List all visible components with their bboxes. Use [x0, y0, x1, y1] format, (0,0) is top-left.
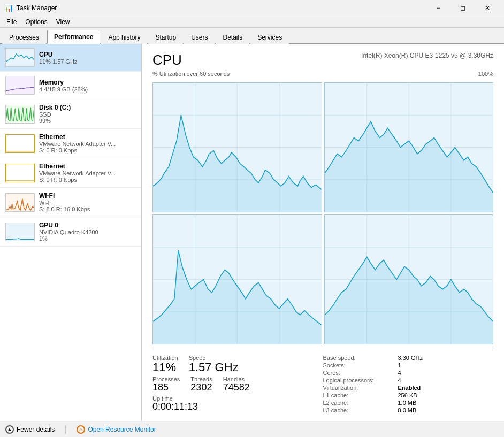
chart-bottom-left — [152, 214, 322, 344]
sidebar-cpu-stat: 11% 1.57 GHz — [39, 58, 136, 65]
sockets-val: 1 — [398, 362, 401, 369]
menu-file[interactable]: File — [2, 17, 21, 26]
fewer-details-icon: ▲ — [5, 425, 14, 434]
resource-monitor-icon: ⚠ — [77, 425, 85, 434]
open-resource-monitor-link[interactable]: Open Resource Monitor — [88, 426, 156, 433]
base-speed-val: 3.30 GHz — [398, 355, 423, 361]
sidebar-wifi-name: Wi-Fi — [39, 192, 136, 200]
l3-val: 8.0 MB — [398, 407, 417, 413]
stat-speed: Speed 1.57 GHz — [189, 355, 239, 374]
chart-bottom-right — [324, 214, 494, 344]
stats-section: Utilization 11% Speed 1.57 GHz Processes… — [152, 350, 493, 416]
stats-left: Utilization 11% Speed 1.57 GHz Processes… — [152, 355, 323, 416]
l3-key: L3 cache: — [323, 407, 398, 413]
window-title: Task Manager — [17, 4, 57, 12]
tab-startup[interactable]: Startup — [148, 30, 183, 44]
sidebar-thumb-cpu — [5, 48, 35, 67]
sidebar-item-disk[interactable]: Disk 0 (C:) SSD 99% — [0, 99, 141, 129]
sidebar-disk-stat: 99% — [39, 118, 136, 124]
cores-val: 4 — [398, 370, 401, 376]
utilization-label: % Utilization over 60 seconds — [152, 71, 230, 77]
sidebar-thumb-ethernet1 — [5, 134, 35, 153]
stat-handles: Handles 74582 — [223, 376, 250, 393]
logical-key: Logical processors: — [323, 377, 398, 384]
tab-services[interactable]: Services — [250, 30, 289, 44]
sidebar-thumb-wifi — [5, 193, 35, 212]
utilization-max: 100% — [478, 71, 493, 77]
tab-performance[interactable]: Performance — [47, 30, 100, 44]
sidebar-thumb-gpu — [5, 223, 35, 241]
virt-val: Enabled — [398, 385, 421, 391]
tab-users[interactable]: Users — [184, 30, 215, 44]
sidebar-item-memory[interactable]: Memory 4.4/15.9 GB (28%) — [0, 72, 141, 99]
info-l2: L2 cache: 1.0 MB — [323, 400, 494, 406]
tab-bar: Processes Performance App history Startu… — [0, 28, 504, 44]
cores-key: Cores: — [323, 370, 398, 376]
sidebar: CPU 11% 1.57 GHz Memory 4.4/15.9 GB (28%… — [0, 44, 142, 421]
menu-view[interactable]: View — [52, 17, 74, 26]
info-virt: Virtualization: Enabled — [323, 385, 494, 391]
cpu-model: Intel(R) Xeon(R) CPU E3-1225 v5 @ 3.30GH… — [361, 52, 493, 59]
sidebar-ethernet2-sub: VMware Network Adapter V... — [39, 170, 136, 177]
info-sockets: Sockets: 1 — [323, 362, 494, 369]
base-speed-key: Base speed: — [323, 355, 398, 361]
sidebar-ethernet1-stat: S: 0 R: 0 Kbps — [39, 147, 136, 154]
sidebar-cpu-name: CPU — [39, 51, 136, 58]
threads-value: 2302 — [190, 382, 212, 393]
sidebar-disk-name: Disk 0 (C:) — [39, 104, 136, 111]
l2-key: L2 cache: — [323, 400, 398, 406]
fewer-details-button[interactable]: ▲ Fewer details — [5, 425, 55, 434]
info-table: Base speed: 3.30 GHz Sockets: 1 Cores: 4… — [323, 355, 494, 413]
sidebar-wifi-stat: S: 8.0 R: 16.0 Kbps — [39, 206, 136, 212]
info-l1: L1 cache: 256 KB — [323, 392, 494, 398]
sidebar-item-ethernet2[interactable]: Ethernet VMware Network Adapter V... S: … — [0, 158, 141, 188]
stat-row-util-speed: Utilization 11% Speed 1.57 GHz — [152, 355, 323, 374]
sidebar-wifi-sub: Wi-Fi — [39, 200, 136, 206]
app-icon: 📊 — [4, 4, 13, 12]
sidebar-memory-stat: 4.4/15.9 GB (28%) — [39, 86, 136, 93]
sidebar-info-cpu: CPU 11% 1.57 GHz — [39, 51, 136, 65]
footer-divider — [65, 425, 66, 434]
cpu-title: CPU — [152, 52, 182, 68]
footer: ▲ Fewer details ⚠ Open Resource Monitor — [0, 421, 504, 437]
sidebar-gpu-sub: NVIDIA Quadro K4200 — [39, 229, 136, 235]
sidebar-ethernet2-name: Ethernet — [39, 163, 136, 170]
main-content: CPU 11% 1.57 GHz Memory 4.4/15.9 GB (28%… — [0, 44, 504, 421]
sidebar-ethernet2-stat: S: 0 R: 0 Kbps — [39, 177, 136, 183]
l1-key: L1 cache: — [323, 392, 398, 398]
sidebar-item-wifi[interactable]: Wi-Fi Wi-Fi S: 8.0 R: 16.0 Kbps — [0, 188, 141, 217]
sidebar-info-gpu: GPU 0 NVIDIA Quadro K4200 1% — [39, 221, 136, 242]
sidebar-item-cpu[interactable]: CPU 11% 1.57 GHz — [0, 44, 141, 72]
menu-options[interactable]: Options — [21, 17, 51, 26]
sidebar-memory-name: Memory — [39, 79, 136, 86]
l1-val: 256 KB — [398, 392, 417, 398]
maximize-button[interactable]: ◻ — [450, 0, 475, 16]
stat-processes: Processes 185 — [152, 376, 180, 393]
close-button[interactable]: ✕ — [475, 0, 500, 16]
tab-details[interactable]: Details — [216, 30, 249, 44]
processes-value: 185 — [152, 382, 180, 393]
sidebar-item-gpu[interactable]: GPU 0 NVIDIA Quadro K4200 1% — [0, 217, 141, 247]
sidebar-ethernet1-sub: VMware Network Adapter V... — [39, 141, 136, 147]
tab-app-history[interactable]: App history — [101, 30, 147, 44]
uptime-value: 0:00:11:13 — [152, 402, 323, 412]
sidebar-thumb-memory — [5, 76, 35, 95]
minimize-button[interactable]: − — [426, 0, 450, 16]
title-bar-controls: − ◻ ✕ — [426, 0, 500, 16]
open-resource-monitor-button[interactable]: ⚠ Open Resource Monitor — [77, 425, 156, 434]
sidebar-info-disk: Disk 0 (C:) SSD 99% — [39, 104, 136, 124]
info-l3: L3 cache: 8.0 MB — [323, 407, 494, 413]
virt-key: Virtualization: — [323, 385, 398, 391]
chart-top-left — [152, 82, 322, 212]
stat-threads: Threads 2302 — [190, 376, 212, 393]
speed-stat-value: 1.57 GHz — [189, 361, 239, 374]
info-cores: Cores: 4 — [323, 370, 494, 376]
utilization-stat-value: 11% — [152, 361, 178, 374]
tab-processes[interactable]: Processes — [2, 30, 46, 44]
info-base-speed: Base speed: 3.30 GHz — [323, 355, 494, 361]
sidebar-info-ethernet1: Ethernet VMware Network Adapter V... S: … — [39, 133, 136, 154]
sidebar-gpu-name: GPU 0 — [39, 221, 136, 229]
sidebar-item-ethernet1[interactable]: Ethernet VMware Network Adapter V... S: … — [0, 129, 141, 158]
sidebar-gpu-stat: 1% — [39, 235, 136, 242]
info-logical: Logical processors: 4 — [323, 377, 494, 384]
